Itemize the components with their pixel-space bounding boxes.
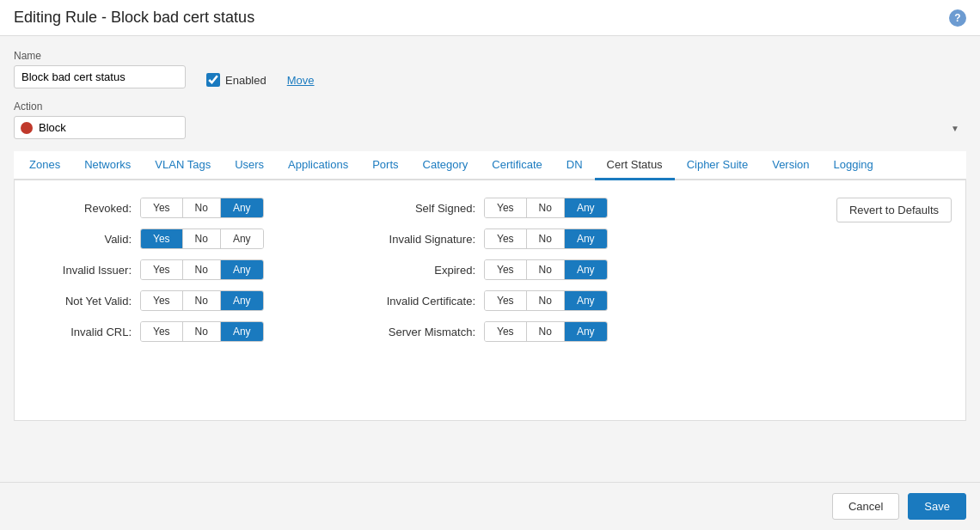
tab-ports[interactable]: Ports [360, 151, 410, 180]
cert-row-valid: Valid:YesNoAny [28, 228, 372, 249]
right-col: Self Signed:YesNoAnyInvalid Signature:Ye… [372, 198, 716, 352]
cert-label-not-yet-valid: Not Yet Valid: [28, 295, 140, 308]
cert-row-expired: Expired:YesNoAny [372, 259, 716, 280]
tabs-bar: ZonesNetworksVLAN TagsUsersApplicationsP… [14, 151, 966, 180]
content-area: Revert to Defaults Revoked:YesNoAnyValid… [14, 180, 966, 421]
btn-server-mismatch-yes[interactable]: Yes [485, 322, 527, 341]
btn-valid-no[interactable]: No [183, 229, 221, 248]
page-wrapper: Editing Rule - Block bad cert status ? N… [0, 0, 980, 530]
action-select[interactable]: Block [14, 116, 186, 139]
btn-group-invalid-crl: YesNoAny [140, 321, 264, 342]
cancel-button[interactable]: Cancel [832, 493, 899, 520]
btn-invalid-certificate-yes[interactable]: Yes [485, 291, 527, 310]
cert-row-invalid-issuer: Invalid Issuer:YesNoAny [28, 259, 372, 280]
btn-invalid-crl-no[interactable]: No [183, 322, 221, 341]
btn-invalid-crl-yes[interactable]: Yes [141, 322, 183, 341]
cert-label-invalid-issuer: Invalid Issuer: [28, 264, 140, 277]
btn-invalid-signature-any[interactable]: Any [565, 229, 607, 248]
body: Name Enabled Move Action Block ▼ ZonesNe… [0, 36, 980, 482]
cert-label-expired: Expired: [372, 264, 484, 277]
btn-self-signed-yes[interactable]: Yes [485, 198, 527, 217]
btn-revoked-yes[interactable]: Yes [141, 198, 183, 217]
enabled-label: Enabled [225, 74, 266, 87]
name-input[interactable] [14, 65, 186, 88]
btn-invalid-signature-no[interactable]: No [527, 229, 565, 248]
btn-not-yet-valid-no[interactable]: No [183, 291, 221, 310]
enabled-row: Enabled [206, 73, 266, 88]
cert-row-invalid-crl: Invalid CRL:YesNoAny [28, 321, 372, 342]
btn-valid-any[interactable]: Any [221, 229, 263, 248]
cert-label-invalid-signature: Invalid Signature: [372, 233, 484, 246]
revert-defaults-button[interactable]: Revert to Defaults [836, 198, 952, 222]
btn-group-valid: YesNoAny [140, 228, 264, 249]
footer: Cancel Save [0, 482, 980, 530]
btn-group-self-signed: YesNoAny [484, 198, 608, 218]
cert-row-invalid-signature: Invalid Signature:YesNoAny [372, 228, 716, 249]
btn-server-mismatch-no[interactable]: No [527, 322, 565, 341]
btn-group-revoked: YesNoAny [140, 198, 264, 218]
cert-label-self-signed: Self Signed: [372, 202, 484, 215]
btn-not-yet-valid-any[interactable]: Any [221, 291, 263, 310]
btn-invalid-issuer-yes[interactable]: Yes [141, 260, 183, 279]
btn-group-expired: YesNoAny [484, 259, 608, 280]
btn-group-invalid-certificate: YesNoAny [484, 290, 608, 311]
tab-zones[interactable]: Zones [17, 151, 72, 180]
action-select-wrap: Block ▼ [14, 116, 966, 139]
btn-invalid-issuer-any[interactable]: Any [221, 260, 263, 279]
btn-expired-any[interactable]: Any [565, 260, 607, 279]
cert-label-invalid-certificate: Invalid Certificate: [372, 295, 484, 308]
btn-valid-yes[interactable]: Yes [141, 229, 183, 248]
btn-self-signed-any[interactable]: Any [565, 198, 607, 217]
tab-certificate[interactable]: Certificate [480, 151, 554, 180]
cert-status-grid: Revoked:YesNoAnyValid:YesNoAnyInvalid Is… [28, 198, 716, 352]
btn-invalid-certificate-no[interactable]: No [527, 291, 565, 310]
action-row: Action Block ▼ [14, 101, 966, 139]
tab-dn[interactable]: DN [554, 151, 595, 180]
name-row: Name Enabled Move [14, 50, 966, 88]
cert-label-invalid-crl: Invalid CRL: [28, 326, 140, 338]
btn-group-server-mismatch: YesNoAny [484, 321, 608, 342]
tab-cipher-suite[interactable]: Cipher Suite [675, 151, 761, 180]
move-link[interactable]: Move [287, 74, 315, 88]
btn-revoked-no[interactable]: No [183, 198, 221, 217]
tab-applications[interactable]: Applications [276, 151, 360, 180]
btn-not-yet-valid-yes[interactable]: Yes [141, 291, 183, 310]
tab-version[interactable]: Version [760, 151, 821, 180]
tab-cert-status[interactable]: Cert Status [595, 151, 675, 180]
btn-expired-yes[interactable]: Yes [485, 260, 527, 279]
btn-expired-no[interactable]: No [527, 260, 565, 279]
cert-row-invalid-certificate: Invalid Certificate:YesNoAny [372, 290, 716, 311]
btn-invalid-signature-yes[interactable]: Yes [485, 229, 527, 248]
btn-revoked-any[interactable]: Any [221, 198, 263, 217]
cert-label-server-mismatch: Server Mismatch: [372, 326, 484, 338]
btn-invalid-issuer-no[interactable]: No [183, 260, 221, 279]
cert-row-not-yet-valid: Not Yet Valid:YesNoAny [28, 290, 372, 311]
page-title: Editing Rule - Block bad cert status [14, 9, 254, 27]
header: Editing Rule - Block bad cert status ? [0, 0, 980, 36]
cert-row-server-mismatch: Server Mismatch:YesNoAny [372, 321, 716, 342]
help-icon[interactable]: ? [949, 9, 966, 27]
btn-self-signed-no[interactable]: No [527, 198, 565, 217]
enabled-checkbox[interactable] [206, 73, 220, 87]
tab-logging[interactable]: Logging [822, 151, 885, 180]
tab-networks[interactable]: Networks [72, 151, 143, 180]
action-label: Action [14, 101, 966, 113]
cert-row-revoked: Revoked:YesNoAny [28, 198, 372, 218]
select-arrow-icon: ▼ [951, 123, 959, 132]
cert-row-self-signed: Self Signed:YesNoAny [372, 198, 716, 218]
btn-server-mismatch-any[interactable]: Any [565, 322, 607, 341]
name-label: Name [14, 50, 186, 62]
left-col: Revoked:YesNoAnyValid:YesNoAnyInvalid Is… [28, 198, 372, 352]
save-button[interactable]: Save [908, 493, 966, 520]
btn-invalid-certificate-any[interactable]: Any [565, 291, 607, 310]
tab-users[interactable]: Users [223, 151, 276, 180]
btn-group-invalid-signature: YesNoAny [484, 228, 608, 249]
cert-label-valid: Valid: [28, 233, 140, 246]
tab-vlan-tags[interactable]: VLAN Tags [143, 151, 223, 180]
btn-group-not-yet-valid: YesNoAny [140, 290, 264, 311]
btn-invalid-crl-any[interactable]: Any [221, 322, 263, 341]
name-field-group: Name [14, 50, 186, 88]
tab-category[interactable]: Category [411, 151, 481, 180]
btn-group-invalid-issuer: YesNoAny [140, 259, 264, 280]
cert-label-revoked: Revoked: [28, 202, 140, 215]
